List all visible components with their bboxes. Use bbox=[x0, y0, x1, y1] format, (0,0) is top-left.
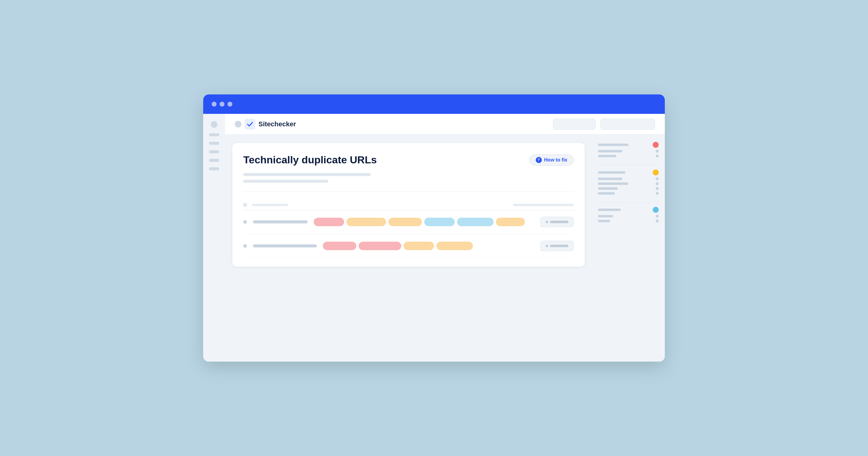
nav-item-2[interactable] bbox=[209, 142, 219, 145]
how-to-fix-label: How to fix bbox=[544, 157, 567, 163]
rs-dot bbox=[656, 150, 659, 153]
row-action-button-2[interactable] bbox=[540, 241, 574, 251]
desc-line-1 bbox=[243, 173, 371, 176]
row-dot-2 bbox=[243, 244, 247, 248]
tags-group-2 bbox=[323, 242, 534, 250]
rs-group-1 bbox=[598, 142, 659, 158]
rs-divider-1 bbox=[598, 165, 659, 165]
action-line-2 bbox=[550, 245, 568, 247]
tag-orange5 bbox=[436, 242, 473, 250]
action-line bbox=[550, 221, 568, 223]
rs-row-2-5 bbox=[598, 192, 659, 195]
rs-line bbox=[598, 171, 625, 174]
svg-rect-0 bbox=[245, 119, 255, 130]
tag-orange4 bbox=[404, 242, 434, 250]
rs-line bbox=[598, 183, 628, 185]
dot-2 bbox=[220, 102, 224, 106]
logo-placeholder-circle bbox=[235, 121, 242, 128]
nav-item-5[interactable] bbox=[209, 167, 219, 170]
row-action-button-1[interactable] bbox=[540, 217, 574, 227]
rs-dot bbox=[656, 182, 659, 185]
dot-1 bbox=[212, 102, 217, 106]
rs-group-2 bbox=[598, 169, 659, 195]
tag-pink-1 bbox=[314, 218, 344, 226]
rs-dot bbox=[656, 215, 659, 218]
rs-line bbox=[598, 220, 610, 222]
content-wrapper: Technically duplicate URLs ? How to fix bbox=[225, 134, 665, 362]
topbar-button-2[interactable] bbox=[600, 119, 655, 130]
rs-line bbox=[598, 143, 628, 146]
desc-line-2 bbox=[243, 180, 328, 183]
rs-line bbox=[598, 208, 621, 211]
rs-row-2-4 bbox=[598, 187, 659, 190]
rs-row-3-2 bbox=[598, 215, 659, 218]
header-col-1 bbox=[252, 204, 288, 206]
rs-row-2-3 bbox=[598, 182, 659, 185]
nav-item-3[interactable] bbox=[209, 150, 219, 153]
action-dot bbox=[546, 221, 548, 223]
tag-orange3 bbox=[496, 218, 525, 226]
dot-3 bbox=[227, 102, 232, 106]
main-card: Technically duplicate URLs ? How to fix bbox=[232, 143, 585, 266]
rs-row-1-2 bbox=[598, 150, 659, 153]
rs-row-1-3 bbox=[598, 155, 659, 158]
nav-item-1[interactable] bbox=[209, 133, 219, 136]
rs-row-3-3 bbox=[598, 220, 659, 223]
sitechecker-logo-icon bbox=[245, 119, 255, 130]
rs-dot bbox=[656, 220, 659, 223]
rs-badge-orange bbox=[653, 169, 659, 175]
rs-dot bbox=[656, 177, 659, 180]
logo-area: Sitechecker bbox=[235, 119, 548, 130]
how-to-fix-icon: ? bbox=[536, 157, 542, 163]
card-header: Technically duplicate URLs ? How to fix bbox=[243, 154, 574, 166]
rs-line bbox=[598, 155, 616, 157]
rs-row-2-2 bbox=[598, 177, 659, 180]
tag-orange-1 bbox=[346, 218, 386, 226]
rs-group-3 bbox=[598, 207, 659, 223]
rs-row-3-1 bbox=[598, 207, 659, 213]
table-section bbox=[243, 200, 574, 258]
header-col-2 bbox=[513, 204, 574, 206]
main-content: Technically duplicate URLs ? How to fix bbox=[225, 134, 592, 362]
rs-badge-blue bbox=[653, 207, 659, 213]
table-row bbox=[243, 210, 574, 234]
rs-dot bbox=[656, 192, 659, 195]
logo-text: Sitechecker bbox=[258, 120, 296, 128]
description-skeleton bbox=[243, 173, 574, 192]
rs-line bbox=[598, 177, 622, 180]
table-header-row bbox=[243, 200, 574, 210]
browser-dots bbox=[212, 102, 232, 106]
tag-pink3 bbox=[323, 242, 356, 250]
rs-row-2-1 bbox=[598, 169, 659, 175]
nav-circle-top bbox=[211, 121, 217, 128]
header-checkbox bbox=[243, 203, 247, 207]
browser-titlebar bbox=[203, 94, 665, 114]
rs-badge-red bbox=[653, 142, 659, 148]
tag-pink4 bbox=[359, 242, 401, 250]
main-area: Sitechecker Technically duplicate URLs ?… bbox=[225, 114, 665, 362]
browser-body: Sitechecker Technically duplicate URLs ?… bbox=[203, 114, 665, 362]
rs-line bbox=[598, 150, 622, 153]
row-url-2 bbox=[253, 245, 317, 248]
browser-window: Sitechecker Technically duplicate URLs ?… bbox=[203, 94, 665, 362]
rs-divider-2 bbox=[598, 202, 659, 202]
sidebar-nav bbox=[203, 114, 225, 362]
nav-item-4[interactable] bbox=[209, 159, 219, 162]
tag-blue2 bbox=[457, 218, 494, 226]
tags-group-1 bbox=[314, 218, 534, 226]
rs-row-1-1 bbox=[598, 142, 659, 148]
action-dot-2 bbox=[546, 245, 548, 247]
right-sidebar bbox=[592, 134, 665, 362]
rs-line bbox=[598, 215, 613, 217]
tag-blue-1 bbox=[424, 218, 455, 226]
row-dot-1 bbox=[243, 220, 247, 224]
topbar-button-1[interactable] bbox=[553, 119, 596, 130]
rs-dot bbox=[656, 187, 659, 190]
row-url-1 bbox=[253, 220, 308, 223]
topbar: Sitechecker bbox=[225, 114, 665, 134]
table-row-2 bbox=[243, 234, 574, 258]
rs-dot bbox=[656, 155, 659, 158]
card-title: Technically duplicate URLs bbox=[243, 154, 377, 166]
how-to-fix-button[interactable]: ? How to fix bbox=[529, 154, 574, 166]
rs-line bbox=[598, 187, 618, 190]
